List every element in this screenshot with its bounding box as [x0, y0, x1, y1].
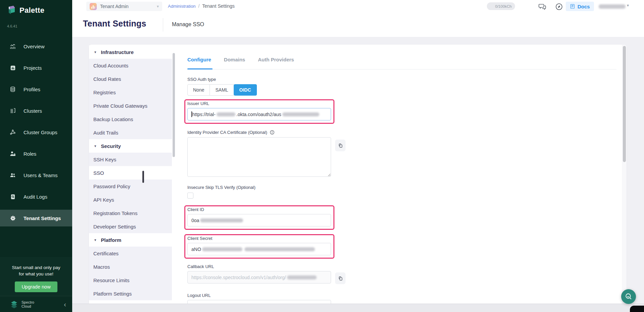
- skip-tls-checkbox[interactable]: [187, 193, 193, 199]
- sidebar-item-overview[interactable]: Overview: [0, 36, 72, 57]
- redacted-text: [244, 247, 315, 251]
- settings-nav-active-scroll-indicator: [142, 171, 144, 183]
- tab-auth-providers[interactable]: Auth Providers: [258, 57, 294, 69]
- copy-button[interactable]: [335, 140, 346, 151]
- sso-settings-card: ▾ Infrastructure Cloud Accounts Cloud Ra…: [89, 45, 627, 312]
- help-search-fab[interactable]: [621, 289, 636, 304]
- breadcrumb-current: Tenant Settings: [202, 3, 235, 9]
- user-lock-icon: [9, 150, 16, 157]
- redacted-text: [287, 275, 317, 279]
- node-graph-icon: [9, 129, 16, 136]
- redacted-text: [282, 112, 319, 116]
- settings-section-infrastructure[interactable]: ▾ Infrastructure: [89, 45, 172, 59]
- cluster-list-icon: [9, 107, 16, 114]
- client-id-input[interactable]: 0oa: [187, 214, 331, 226]
- copy-icon: [338, 276, 343, 281]
- callback-url-input[interactable]: https://console.spectrocloud.com/v1/auth…: [187, 271, 331, 283]
- settings-item-registries[interactable]: Registries: [89, 86, 172, 99]
- auth-type-oidc-button[interactable]: OIDC: [234, 84, 257, 96]
- ca-certificate-field: Identity Provider CA Certificate (Option…: [187, 130, 331, 178]
- breadcrumb-link-administration[interactable]: Administration: [168, 4, 195, 9]
- settings-item-password-policy[interactable]: Password Policy: [89, 179, 172, 193]
- scope-selector-label: Tenant Admin: [100, 4, 129, 9]
- sidebar-item-cluster-groups[interactable]: Cluster Groups: [0, 121, 72, 143]
- upgrade-promo: Start small and only pay for what you us…: [0, 257, 72, 296]
- auth-type-saml-button[interactable]: SAML: [210, 84, 234, 96]
- client-secret-label: Client Secret: [187, 236, 331, 241]
- settings-item-ssh-keys[interactable]: SSH Keys: [89, 153, 172, 166]
- redacted-text: [200, 218, 243, 222]
- chevron-down-icon: ▾: [157, 4, 159, 9]
- sidebar-item-projects[interactable]: Projects: [0, 57, 72, 79]
- app-sidebar: Palette 4.6.41 Overview Projects Profile…: [0, 0, 72, 312]
- settings-item-backup-locations[interactable]: Backup Locations: [89, 112, 172, 126]
- app-version: 4.6.41: [7, 24, 17, 28]
- issuer-url-label: Issuer URL: [187, 101, 331, 106]
- scope-selector[interactable]: Tenant Admin ▾: [86, 2, 162, 11]
- footer-brand-line1: Spectro: [21, 300, 34, 304]
- card-scrollbar-track[interactable]: [622, 45, 627, 312]
- settings-item-cloud-rates[interactable]: Cloud Rates: [89, 72, 172, 86]
- redacted-text: [202, 247, 242, 251]
- settings-item-sso[interactable]: SSO: [89, 166, 172, 179]
- tab-domains[interactable]: Domains: [224, 57, 245, 69]
- settings-item-platform-settings[interactable]: Platform Settings: [89, 287, 172, 300]
- auth-type-none-button[interactable]: None: [187, 84, 210, 96]
- sso-configure-panel: Configure Domains Auth Providers SSO Aut…: [187, 45, 620, 312]
- settings-section-platform[interactable]: ▾ Platform: [89, 233, 172, 247]
- user-name-redacted[interactable]: [599, 4, 626, 9]
- users-icon: [9, 172, 16, 178]
- settings-item-developer-settings[interactable]: Developer Settings: [89, 220, 172, 233]
- palette-logo: Palette: [7, 5, 44, 15]
- issuer-url-input[interactable]: https://trial- .okta.com/oauth2/aus: [187, 108, 331, 120]
- sidebar-item-roles[interactable]: Roles: [0, 143, 72, 164]
- settings-group-platform: Certificates Macros Resource Limits Plat…: [89, 247, 172, 300]
- redacted-text: [217, 112, 235, 116]
- ca-certificate-textarea[interactable]: [187, 137, 331, 177]
- docs-button-label: Docs: [578, 4, 590, 9]
- sidebar-item-audit-logs[interactable]: Audit Logs: [0, 186, 72, 207]
- settings-item-api-keys[interactable]: API Keys: [89, 193, 172, 206]
- info-icon[interactable]: [270, 130, 275, 135]
- page-subtitle: Manage SSO: [172, 21, 204, 28]
- sidebar-item-users-teams[interactable]: Users & Teams: [0, 164, 72, 186]
- sidebar-item-label: Audit Logs: [24, 194, 47, 200]
- callback-url-label: Callback URL: [187, 264, 331, 269]
- sidebar-item-tenant-settings[interactable]: Tenant Settings: [0, 210, 72, 226]
- settings-section-security[interactable]: ▾ Security: [89, 139, 172, 153]
- logout-url-label: Logout URL: [187, 293, 331, 298]
- sidebar-item-profiles[interactable]: Profiles: [0, 79, 72, 100]
- settings-group-infrastructure: Cloud Accounts Cloud Rates Registries Pr…: [89, 59, 172, 139]
- card-scrollbar-thumb[interactable]: [623, 46, 626, 162]
- app-name: Palette: [19, 6, 44, 15]
- copy-button[interactable]: [335, 272, 346, 284]
- settings-item-registration-tokens[interactable]: Registration Tokens: [89, 206, 172, 220]
- tab-configure[interactable]: Configure: [187, 57, 211, 69]
- ca-certificate-label: Identity Provider CA Certificate (Option…: [187, 130, 267, 135]
- sidebar-item-label: Projects: [24, 65, 42, 71]
- sidebar-collapse-button[interactable]: ‹: [64, 301, 66, 308]
- sso-tabs: Configure Domains Auth Providers: [187, 57, 616, 69]
- issuer-url-field: Issuer URL https://trial- .okta.com/oaut…: [187, 101, 331, 120]
- docs-button[interactable]: Docs: [566, 2, 594, 11]
- settings-item-cloud-accounts[interactable]: Cloud Accounts: [89, 59, 172, 72]
- sidebar-item-label: Tenant Settings: [24, 215, 61, 221]
- title-bar: Tenant Settings Manage SSO: [72, 13, 644, 37]
- settings-item-macros[interactable]: Macros: [89, 260, 172, 273]
- sidebar-item-clusters[interactable]: Clusters: [0, 100, 72, 121]
- client-secret-input[interactable]: aNO: [187, 243, 331, 255]
- settings-item-resource-limits[interactable]: Resource Limits: [89, 273, 172, 287]
- page-title: Tenant Settings: [83, 19, 146, 29]
- client-id-label: Client ID: [187, 207, 331, 212]
- chevron-down-icon[interactable]: ▾: [627, 3, 629, 8]
- chevron-down-icon: ▾: [94, 50, 96, 54]
- chat-bubbles-icon[interactable]: [538, 2, 547, 11]
- settings-item-certificates[interactable]: Certificates: [89, 247, 172, 260]
- settings-nav-scrollbar-thumb[interactable]: [173, 53, 175, 157]
- settings-nav: ▾ Infrastructure Cloud Accounts Cloud Ra…: [89, 45, 172, 312]
- compass-icon[interactable]: [555, 2, 563, 11]
- chevron-down-icon: ▾: [94, 238, 96, 242]
- upgrade-now-button[interactable]: Upgrade now: [15, 281, 57, 292]
- settings-item-audit-trails[interactable]: Audit Trails: [89, 126, 172, 139]
- settings-item-private-cloud-gateways[interactable]: Private Cloud Gateways: [89, 99, 172, 112]
